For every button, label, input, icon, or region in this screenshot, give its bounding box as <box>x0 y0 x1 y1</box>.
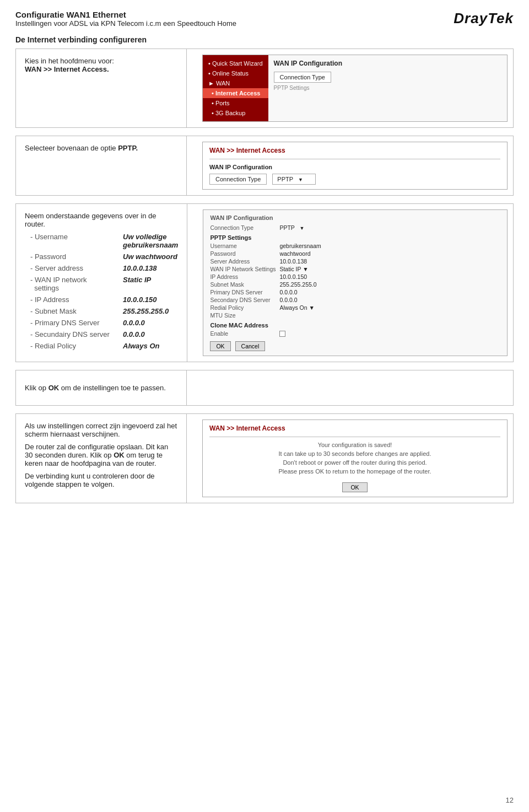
cancel-button-form[interactable]: Cancel <box>235 341 266 351</box>
sf-ip-label: IP Address <box>210 273 276 280</box>
sf-secondary-dns-row: Secondary DNS Server 0.0.0.0 <box>210 297 500 303</box>
section1-row: Kies in het hoofdmenu voor: WAN >> Inter… <box>15 49 514 128</box>
sf-conn-type-row: Connection Type PPTP ▼ <box>210 224 500 231</box>
settings-list: - Username Uw volledigegebruikersnaam - … <box>25 233 178 350</box>
sf-mtu-row: MTU Size <box>210 312 500 319</box>
menu-quick-start[interactable]: • Quick Start Wizard <box>203 58 268 68</box>
section-title-1: De Internet verbinding configureren <box>15 35 514 44</box>
s-value-ip-addr: 10.0.0.150 <box>123 295 156 304</box>
router-ui-1: • Quick Start Wizard • Online Status ► W… <box>202 55 508 122</box>
section3-instruction: Neem onderstaande gegevens over in de ro… <box>25 212 178 228</box>
list-item: - Secundairy DNS server 0.0.0.0 <box>30 330 178 338</box>
sf-secondary-dns-value: 0.0.0.0 <box>279 297 297 303</box>
menu-ports[interactable]: • Ports <box>203 98 268 108</box>
menu-wan[interactable]: ► WAN <box>203 78 268 88</box>
sf-server-label: Server Address <box>210 258 276 265</box>
ok-button-form[interactable]: OK <box>210 341 230 351</box>
pptp-settings-title: PPTP Settings <box>210 234 500 241</box>
section5-row: Als uw instellingen correct zijn ingevoe… <box>15 413 514 503</box>
s-label-subnet: - Subnet Mask <box>30 307 118 315</box>
s-label-wan-ip: - WAN IP network settings <box>30 276 118 292</box>
sf-subnet-value: 255.255.255.0 <box>279 281 316 288</box>
success-msg3: Don't reboot or power off the router dur… <box>209 459 500 466</box>
draytek-logo: DrayTek <box>454 10 514 27</box>
success-msg1: Your configuration is saved! <box>209 442 500 448</box>
conn-type-value-2: PPTP <box>277 176 293 182</box>
router-ui-inner-1: • Quick Start Wizard • Online Status ► W… <box>203 55 507 121</box>
s-label-password: - Password <box>30 252 118 261</box>
menu-online-status[interactable]: • Online Status <box>203 68 268 78</box>
section2-right: WAN >> Internet Access WAN IP Configurat… <box>197 136 513 195</box>
sf-ip-value: 10.0.0.150 <box>279 273 307 280</box>
section3-right: WAN IP Configuration Connection Type PPT… <box>197 204 513 362</box>
sf-primary-dns-label: Primary DNS Server <box>210 289 276 295</box>
success-msg4: Please press OK to return to the homepag… <box>209 468 500 475</box>
list-item: - Server address 10.0.0.138 <box>30 264 178 272</box>
list-item: - Redial Policy Always On <box>30 342 178 350</box>
section1-left: Kies in het hoofdmenu voor: WAN >> Inter… <box>16 49 187 127</box>
s-label-redial: - Redial Policy <box>30 342 118 350</box>
s-label-secondary-dns: - Secundairy DNS server <box>30 330 118 338</box>
s-value-password: Uw wachtwoord <box>123 252 177 261</box>
sf-wan-ip-row: WAN IP Network Settings Static IP ▼ <box>210 266 500 272</box>
wan-access-box-2: WAN >> Internet Access WAN IP Configurat… <box>202 142 508 190</box>
list-item: - Username Uw volledigegebruikersnaam <box>30 233 178 249</box>
ok-note: Klik op OK om de instellingen toe te pas… <box>25 384 177 392</box>
sf-redial-row: Redial Policy Always On ▼ <box>210 304 500 311</box>
section1-right: • Quick Start Wizard • Online Status ► W… <box>197 49 513 127</box>
page-header: Configuratie WAN1 Ethernet Instellingen … <box>15 10 514 28</box>
s-value-secondary-dns: 0.0.0.0 <box>123 330 145 338</box>
menu-internet-access[interactable]: • Internet Access <box>203 88 268 98</box>
page-subtitle: Instellingen voor ADSL via KPN Telecom i… <box>15 19 236 28</box>
enable-checkbox[interactable] <box>279 331 285 337</box>
sf-username-label: Username <box>210 243 276 249</box>
list-item: - Password Uw wachtwoord <box>30 252 178 261</box>
s-label-server: - Server address <box>30 264 118 272</box>
conn-type-select-2[interactable]: PPTP ▼ <box>272 174 316 185</box>
s-value-redial: Always On <box>123 342 159 350</box>
conn-type-box-2: Connection Type <box>209 174 267 185</box>
sf-enable-row: Enable <box>210 330 500 337</box>
section4-right <box>197 370 513 405</box>
sf-secondary-dns-label: Secondary DNS Server <box>210 297 276 303</box>
settings-form-title: WAN IP Configuration <box>210 214 500 221</box>
list-item: - Subnet Mask 255.255.255.0 <box>30 307 178 315</box>
router-sidebar-1: • Quick Start Wizard • Online Status ► W… <box>203 55 268 121</box>
section5-instruction1: Als uw instellingen correct zijn ingevoe… <box>25 422 177 438</box>
sf-subnet-row: Subnet Mask 255.255.255.0 <box>210 281 500 288</box>
conn-type-label-1: Connection Type <box>274 72 331 83</box>
ok-bold: OK <box>48 384 60 392</box>
sf-conn-type-value: PPTP ▼ <box>279 224 304 231</box>
section5-right: WAN >> Internet Access Your configuratio… <box>197 414 513 503</box>
section1-instruction-text: Kies in het hoofdmenu voor: <box>25 57 114 65</box>
sf-username-value: gebruikersnaam <box>279 243 321 249</box>
sf-username-row: Username gebruikersnaam <box>210 243 500 249</box>
s-label-username: - Username <box>30 233 118 249</box>
sf-wan-ip-value: Static IP ▼ <box>279 266 308 272</box>
settings-form-box: WAN IP Configuration Connection Type PPT… <box>203 209 508 356</box>
success-box: WAN >> Internet Access Your configuratio… <box>202 420 508 497</box>
wan-ip-conf-title-2: WAN IP Configuration <box>209 164 500 170</box>
sf-password-value: wachtwoord <box>279 250 310 257</box>
section5-instruction3: De verbinding kunt u controleren door de… <box>25 472 177 488</box>
menu-3g-backup[interactable]: • 3G Backup <box>203 108 268 118</box>
section2-row: Selecteer bovenaan de optie PPTP. WAN >>… <box>15 136 514 196</box>
list-item: - Primary DNS Server 0.0.0.0 <box>30 319 178 327</box>
sf-redial-label: Redial Policy <box>210 304 276 311</box>
success-title: WAN >> Internet Access <box>209 424 500 432</box>
sf-password-row: Password wachtwoord <box>210 250 500 257</box>
logo-text1: Dray <box>454 10 488 26</box>
page-title: Configuratie WAN1 Ethernet <box>15 10 236 19</box>
section2-instruction: Selecteer bovenaan de optie PPTP. <box>25 144 177 152</box>
sf-primary-dns-row: Primary DNS Server 0.0.0.0 <box>210 289 500 295</box>
clone-mac-title: Clone MAC Address <box>210 322 500 329</box>
sf-ip-row: IP Address 10.0.0.150 <box>210 273 500 280</box>
section1-instruction: Kies in het hoofdmenu voor: WAN >> Inter… <box>25 57 177 73</box>
section4-row: Klik op OK om de instellingen toe te pas… <box>15 370 514 406</box>
section2-left: Selecteer bovenaan de optie PPTP. <box>16 136 187 195</box>
dropdown-arrow-2: ▼ <box>298 177 303 182</box>
s-value-username: Uw volledigegebruikersnaam <box>123 233 178 249</box>
success-ok-button[interactable]: OK <box>342 482 367 492</box>
conn-type-row-2: Connection Type PPTP ▼ <box>209 174 500 185</box>
wan-access-title-2: WAN >> Internet Access <box>209 147 500 154</box>
